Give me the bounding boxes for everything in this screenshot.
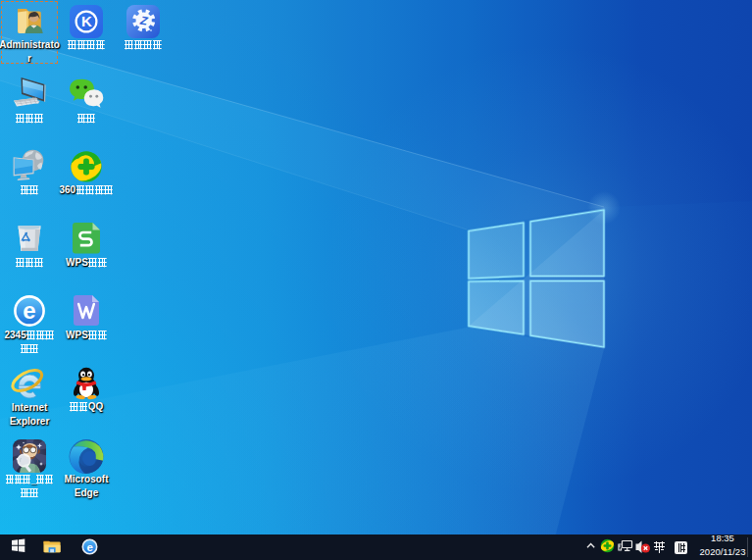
svg-text:e: e [86, 541, 92, 553]
svg-text:e: e [23, 297, 35, 324]
svg-text:K: K [81, 13, 92, 29]
